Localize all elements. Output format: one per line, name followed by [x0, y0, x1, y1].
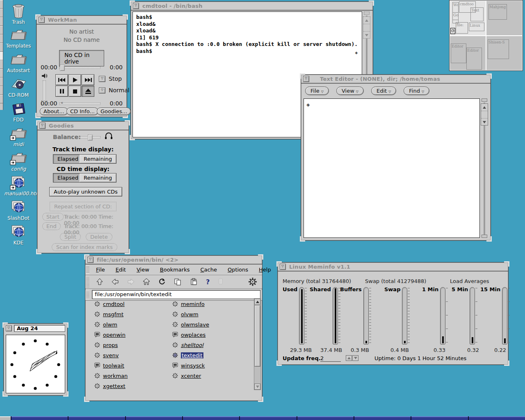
pager-window[interactable]: Text [470, 7, 484, 21]
find-menu-button[interactable]: Find [404, 87, 429, 95]
delete-button[interactable]: Delete [86, 233, 112, 241]
file-item[interactable]: owplaces [172, 331, 205, 339]
file-name[interactable]: props [103, 342, 118, 348]
file-name[interactable]: owplaces [181, 332, 205, 338]
file-item[interactable]: openwin [94, 331, 126, 339]
scroll-drag[interactable] [481, 111, 488, 119]
split-button[interactable]: Split [60, 233, 81, 241]
virtual-desktop-pager[interactable]: Wo cmdtoo Go Text file: Linux Mahjong Ed… [449, 0, 523, 71]
panel-segment[interactable] [126, 416, 182, 420]
desktop-icon-slashdot[interactable]: SlashDot [4, 199, 33, 221]
paste-icon[interactable] [190, 278, 198, 285]
titlebar[interactable]: cmdtool - /bin/bash [131, 2, 373, 11]
window-menu-button[interactable] [303, 76, 309, 82]
file-name[interactable]: svenv [103, 352, 119, 358]
file-item[interactable]: olvwm [172, 310, 199, 318]
next-track-button[interactable] [82, 74, 94, 85]
menu-file[interactable]: File [96, 267, 105, 273]
bottom-panel[interactable] [0, 416, 525, 420]
prev-track-button[interactable] [55, 74, 68, 85]
menu-help[interactable]: Help [259, 267, 271, 273]
pager-desktop-3[interactable]: Editor Editor [450, 36, 486, 71]
pager-window[interactable]: Editor [466, 48, 482, 70]
titlebar[interactable]: Linux Meminfo v1.1 [278, 262, 508, 272]
file-name[interactable]: cmdtool [103, 301, 125, 307]
menu-view[interactable]: View [137, 267, 149, 273]
file-name[interactable]: workman [103, 373, 128, 379]
up-icon[interactable] [96, 278, 103, 285]
pager-window-clock[interactable] [450, 28, 455, 34]
pager-window[interactable]: file: [456, 22, 468, 34]
play-button[interactable] [68, 74, 81, 85]
resize-corner[interactable] [125, 120, 130, 126]
desktop-icon-config[interactable]: config [4, 150, 33, 172]
view-menu-button[interactable]: View [336, 87, 364, 95]
spin-down-button[interactable] [352, 355, 358, 361]
scroll-down-icon[interactable] [254, 383, 260, 390]
file-item[interactable]: olwmslave [172, 320, 209, 329]
window-menu-button[interactable] [6, 325, 12, 331]
scrollbar[interactable] [254, 298, 261, 390]
copy-icon[interactable] [174, 278, 182, 285]
desktop-icon-fdd[interactable]: FDD [4, 101, 33, 123]
pause-button[interactable] [55, 86, 68, 97]
end-button[interactable]: End [42, 222, 61, 230]
file-name[interactable]: xcenter [181, 373, 201, 379]
slider-thumb[interactable] [60, 65, 65, 71]
toolbar-grip[interactable] [86, 266, 89, 274]
track-elapsed-button[interactable]: Elapsed [53, 154, 83, 164]
file-item[interactable]: xgettext [94, 382, 126, 390]
cd-elapsed-button[interactable]: Elapsed [53, 173, 83, 183]
about-button[interactable]: About... [40, 107, 68, 115]
cd-position-slider[interactable]: « [59, 103, 100, 105]
file-name[interactable]: textedit [181, 352, 203, 358]
panel-segment[interactable] [11, 416, 68, 420]
home-icon[interactable] [143, 278, 150, 285]
pager-window[interactable]: Mahjong [488, 4, 507, 20]
titlebar[interactable]: Goodies [37, 121, 129, 130]
track-remaining-button[interactable]: Remaining [80, 154, 116, 164]
scroll-up-icon[interactable] [481, 104, 488, 111]
play-mode-menu-button[interactable] [99, 76, 105, 82]
file-name[interactable]: olwm [103, 322, 117, 328]
file-name[interactable]: meminfo [181, 301, 205, 307]
repeat-section-button[interactable]: Repeat section of CD: [50, 202, 116, 211]
titlebar[interactable]: Text Editor - (NONE), dir; /home/tomas [301, 75, 491, 84]
text-area[interactable]: ◈ [304, 98, 480, 238]
scroll-down-icon[interactable] [363, 32, 370, 39]
file-name[interactable]: toolwait [103, 363, 124, 369]
file-name[interactable]: olwmslave [181, 322, 209, 328]
url-input[interactable]: file:/usr/openwin/bin/textedit [92, 290, 260, 299]
window-menu-button[interactable] [133, 3, 139, 9]
file-item[interactable]: xcenter [172, 372, 201, 380]
window-menu-button[interactable] [39, 17, 45, 23]
reload-icon[interactable] [158, 278, 166, 285]
titlebar[interactable]: WorkMan [37, 16, 127, 25]
file-item[interactable]: props [94, 341, 118, 349]
resize-corner[interactable] [123, 14, 128, 20]
gear-kde-icon[interactable] [248, 277, 257, 286]
menu-edit[interactable]: Edit [116, 267, 126, 273]
resize-corner[interactable] [369, 0, 374, 6]
scrollbar-elevator[interactable] [363, 16, 370, 39]
file-name[interactable]: xgettext [103, 383, 126, 389]
panel-segment[interactable] [354, 416, 411, 420]
titlebar[interactable]: file:/usr/openwin/bin/ <2> [85, 256, 262, 265]
back-icon[interactable] [112, 278, 119, 285]
scrollbar-anchor[interactable] [364, 11, 370, 15]
panel-segment[interactable] [297, 416, 354, 420]
desktop-icon-autostart[interactable]: Autostart [4, 52, 33, 73]
resize-corner[interactable] [35, 113, 41, 118]
pager-desktop-2[interactable]: Mahjong [486, 1, 522, 35]
resize-corner[interactable] [63, 322, 68, 328]
resize-corner[interactable] [504, 361, 509, 366]
titlebar[interactable]: Aug 24 [4, 324, 67, 333]
panel-segment[interactable] [411, 416, 468, 420]
resize-corner[interactable] [258, 397, 263, 402]
file-menu-button[interactable]: File [305, 87, 329, 95]
forward-icon[interactable] [127, 278, 135, 285]
resize-corner[interactable] [36, 249, 41, 254]
scroll-down-icon[interactable] [481, 119, 488, 126]
desktop-icon-cdrom[interactable]: CD-ROM [4, 76, 33, 98]
balance-slider[interactable] [80, 136, 100, 139]
